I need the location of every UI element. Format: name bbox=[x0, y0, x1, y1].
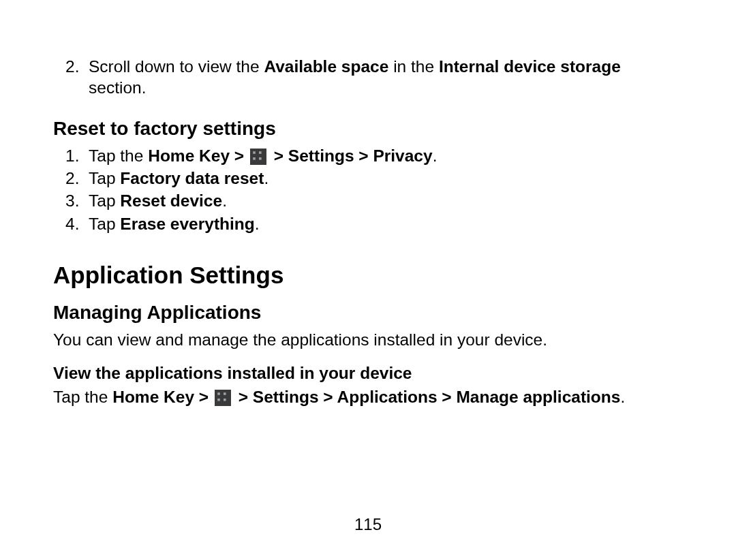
list-number: 2. bbox=[65, 168, 89, 189]
list-item: 4.Tap Erase everything. bbox=[53, 213, 683, 234]
svg-rect-8 bbox=[217, 399, 220, 401]
svg-rect-3 bbox=[253, 157, 256, 160]
list-number: 2. bbox=[65, 56, 89, 77]
list-text: Tap Reset device. bbox=[89, 191, 227, 210]
svg-rect-9 bbox=[224, 399, 226, 401]
page-content: 2.Scroll down to view the Available spac… bbox=[53, 56, 683, 408]
list-text: Tap Erase everything. bbox=[89, 215, 260, 233]
app-settings-heading: Application Settings bbox=[53, 260, 683, 291]
list-number: 1. bbox=[65, 145, 89, 166]
reset-steps-list: 1.Tap the Home Key > > Settings > Privac… bbox=[53, 145, 683, 234]
apps-grid-icon bbox=[250, 149, 266, 165]
list-item: 2.Tap Factory data reset. bbox=[53, 168, 683, 189]
list-number: 4. bbox=[65, 213, 89, 234]
reset-heading: Reset to factory settings bbox=[53, 116, 683, 141]
svg-rect-5 bbox=[215, 390, 231, 406]
svg-rect-2 bbox=[259, 151, 262, 154]
document-page: 2.Scroll down to view the Available spac… bbox=[0, 0, 736, 560]
list-number: 3. bbox=[65, 190, 89, 211]
list-item: 2.Scroll down to view the Available spac… bbox=[53, 56, 683, 99]
list-item: 3.Tap Reset device. bbox=[53, 190, 683, 211]
svg-rect-7 bbox=[224, 393, 226, 396]
page-number: 115 bbox=[0, 515, 736, 534]
list-item: 1.Tap the Home Key > > Settings > Privac… bbox=[53, 145, 683, 166]
managing-desc: You can view and manage the applications… bbox=[53, 329, 683, 350]
list-text: Scroll down to view the Available space … bbox=[89, 57, 621, 97]
list-text: Tap the Home Key > > Settings > Privacy. bbox=[89, 146, 437, 165]
view-heading: View the applications installed in your … bbox=[53, 362, 683, 384]
svg-rect-6 bbox=[217, 393, 220, 396]
view-instructions: Tap the Home Key > > Settings > Applicat… bbox=[53, 386, 683, 407]
list-text: Tap Factory data reset. bbox=[89, 169, 269, 187]
svg-rect-0 bbox=[250, 149, 266, 165]
svg-rect-1 bbox=[253, 151, 256, 154]
svg-rect-4 bbox=[259, 157, 262, 160]
top-numbered-list: 2.Scroll down to view the Available spac… bbox=[53, 56, 683, 99]
apps-grid-icon bbox=[215, 390, 231, 406]
managing-heading: Managing Applications bbox=[53, 300, 683, 325]
